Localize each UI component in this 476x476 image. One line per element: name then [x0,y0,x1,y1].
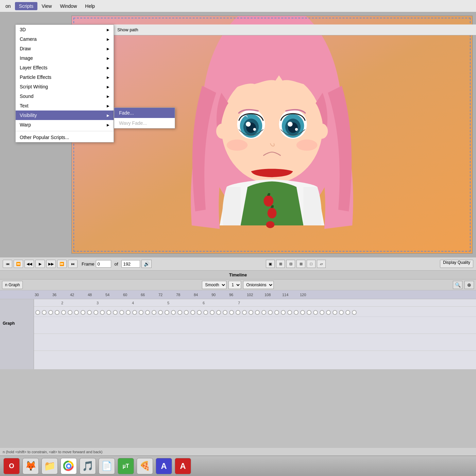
timeline-area: Timeline n Graph Smooth 1 Onionskins 🔍 ⊕… [0,271,476,369]
menu-window[interactable]: Window [56,2,81,10]
status-text: n (hold <shift> to constrain, <alt> to m… [3,450,103,454]
ruler-tick-60: 60 [122,293,140,297]
taskbar-opera[interactable]: O [3,458,20,474]
btn-prev-frame[interactable]: ◀◀ [24,260,34,268]
btn-go-end[interactable]: ⏭ [68,260,78,268]
svg-point-20 [268,208,277,219]
menu-warp[interactable]: Warp ▶ [16,120,114,130]
ruler-tick-30: 30 [34,293,52,297]
svg-point-19 [264,196,273,207]
svg-point-2 [221,72,323,183]
graph-button[interactable]: n Graph [2,281,23,289]
canvas-area [71,16,473,254]
svg-point-16 [295,128,298,131]
view-crop[interactable]: ▱ [317,260,326,268]
menu-particle-effects[interactable]: Particle Effects ▶ [16,72,114,82]
view-double[interactable]: ⊞ [276,260,285,268]
zoom-in-btn[interactable]: 🔍 [453,281,462,289]
menu-separator [16,131,114,131]
taskbar-app-a-red[interactable]: A [175,458,191,474]
playback-bar: ⏮ ⏪ ◀◀ ▶ ▶▶ ⏩ ⏭ Frame of 🔊 ▣ ⊞ ⊟ ⊞ □ ▱ D… [0,257,476,271]
display-quality-button[interactable]: Display Quality [440,260,473,268]
menu-on[interactable]: on [1,2,15,10]
taskbar-music[interactable]: 🎵 [80,458,96,474]
svg-point-21 [266,221,275,228]
zoom-out-btn[interactable]: ⊕ [464,281,474,289]
smooth-select[interactable]: Smooth [202,281,226,289]
menu-3d[interactable]: 3D ▶ [16,25,114,34]
view-single[interactable]: ▣ [266,260,275,268]
timeline-ruler: 30 36 42 48 54 60 66 72 78 84 90 96 102 … [0,290,476,299]
keyframe-row-1 [34,308,476,317]
view-quad[interactable]: ⊟ [286,260,295,268]
ruler-tick-72: 72 [158,293,175,297]
menu-help[interactable]: Help [81,2,99,10]
frame-of: of [115,261,118,267]
menu-visibility[interactable]: Visibility ▶ [16,111,114,120]
anime-canvas [72,16,472,253]
show-path-bar: Show path [114,24,476,35]
timeline-left-panel: Graph [0,299,34,369]
menu-text[interactable]: Text ▶ [16,101,114,111]
menu-sound[interactable]: Sound ▶ [16,91,114,101]
main-area: Show path [0,12,476,257]
menu-scripts[interactable]: Scripts [15,2,38,10]
ruler-tick-48: 48 [87,293,105,297]
menu-script-writing[interactable]: Script Writing ▶ [16,82,114,91]
menubar: on Scripts View Window Help [0,0,476,12]
timeline-content: Graph 2 3 4 5 6 7 [0,299,476,369]
svg-point-3 [216,123,229,139]
submenu-wavy-fade: Wavy Fade... [114,118,175,128]
btn-step-back[interactable]: ⏪ [14,260,23,268]
ruler-tick-90: 90 [211,293,228,297]
show-path-label: Show path [117,27,138,32]
volume-button[interactable]: 🔊 [141,260,152,268]
onionskins-select[interactable]: Onionskins [243,281,274,289]
timeline-title: Timeline [0,271,476,279]
svg-point-25 [67,465,70,468]
ruler-tick-120: 120 [299,293,317,297]
view-frame[interactable]: □ [307,260,316,268]
frame-total[interactable] [121,260,140,268]
num-select[interactable]: 1 [228,281,241,289]
frame-input[interactable] [96,260,111,268]
svg-point-10 [253,128,256,131]
menu-draw[interactable]: Draw ▶ [16,44,114,53]
menu-layer-effects[interactable]: Layer Effects ▶ [16,63,114,72]
menu-camera[interactable]: Camera ▶ [16,34,114,44]
ruler-tick-96: 96 [228,293,246,297]
ruler-tick-54: 54 [105,293,122,297]
btn-next-frame[interactable]: ▶▶ [46,260,56,268]
submenu-fade[interactable]: Fade... [114,108,175,118]
btn-step-forward[interactable]: ⏩ [57,260,67,268]
taskbar-utorrent[interactable]: µT [118,458,134,474]
menu-view[interactable]: View [37,2,56,10]
ruler-tick-102: 102 [246,293,264,297]
svg-point-18 [296,139,318,151]
graph-label[interactable]: Graph [0,320,17,327]
view-grid[interactable]: ⊞ [296,260,305,268]
ruler-tick-42: 42 [69,293,87,297]
timeline-controls: n Graph Smooth 1 Onionskins 🔍 ⊕ [0,279,476,290]
taskbar-firefox[interactable]: 🦊 [22,458,39,474]
taskbar-chrome[interactable] [61,458,77,474]
ruler-tick-114: 114 [282,293,299,297]
ruler-tick-108: 108 [264,293,282,297]
timeline-track-area[interactable]: 2 3 4 5 6 7 [34,299,476,369]
ruler-tick-84: 84 [193,293,211,297]
scripts-dropdown: 3D ▶ Camera ▶ Draw ▶ Image ▶ Layer Effec… [15,24,114,142]
svg-point-9 [246,122,251,126]
menu-image[interactable]: Image ▶ [16,53,114,63]
ruler-tick-36: 36 [52,293,69,297]
btn-go-start[interactable]: ⏮ [3,260,12,268]
ruler-tick-78: 78 [175,293,193,297]
taskbar-files[interactable]: 📄 [99,458,115,474]
svg-point-4 [315,123,328,139]
menu-other-scripts[interactable]: Other Popular Scripts... [16,133,114,142]
svg-point-17 [227,139,248,151]
taskbar-file-manager[interactable]: 📁 [41,458,58,474]
taskbar-food[interactable]: 🍕 [137,458,153,474]
taskbar-app-a-blue[interactable]: A [156,458,172,474]
status-bar: n (hold <shift> to constrain, <alt> to m… [0,447,476,456]
btn-play[interactable]: ▶ [35,260,45,268]
